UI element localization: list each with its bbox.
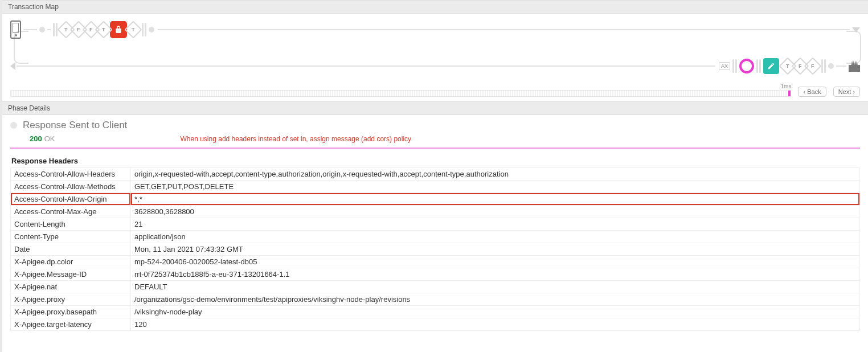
phase-heading-text: Response Sent to Client <box>23 120 127 131</box>
table-row: X-Apigee.proxy.basepath/viksinghv-node-p… <box>11 306 860 318</box>
header-value: 21 <box>131 218 860 231</box>
header-name: X-Apigee.target-latency <box>11 318 131 331</box>
arrow-down-icon <box>852 27 860 32</box>
response-line <box>17 66 715 67</box>
phase-heading: Response Sent to Client <box>10 120 860 131</box>
client-icon[interactable] <box>10 21 21 39</box>
proxy-pre-icon[interactable] <box>53 23 58 36</box>
table-row: X-Apigee.target-latency120 <box>11 318 860 331</box>
request-line <box>158 29 850 30</box>
status-code: 200 <box>30 134 42 143</box>
response-headers-table: Access-Control-Allow-Headersorigin,x-req… <box>10 167 860 331</box>
status-line: 200 OK When using add headers instead of… <box>10 131 860 149</box>
status-text: OK <box>44 134 55 143</box>
trace-panel: Transaction Map TFFTT AX <box>0 0 868 352</box>
annotation-note: When using add headers instead of set in… <box>181 135 412 143</box>
flow-dot[interactable] <box>149 27 154 32</box>
header-name: X-Apigee.dp.color <box>11 256 131 268</box>
table-row: Access-Control-Allow-Headersorigin,x-req… <box>11 168 860 181</box>
header-name: X-Apigee.proxy <box>11 293 131 306</box>
target-post-icon[interactable] <box>756 59 761 73</box>
header-value: Mon, 11 Jan 2021 07:43:32 GMT <box>131 243 860 256</box>
proxy-post-icon[interactable] <box>142 23 146 36</box>
target-pre-icon[interactable] <box>821 59 826 73</box>
condition-t-icon[interactable]: T <box>124 21 142 38</box>
header-value: 120 <box>131 318 860 331</box>
phase-details-header: Phase Details <box>2 101 868 115</box>
header-name: Access-Control-Max-Age <box>11 206 131 218</box>
timeline[interactable]: 1ms <box>10 90 791 97</box>
timeline-label: 1ms <box>781 83 792 89</box>
header-value: mp-524-200406-0020052-latest-db05 <box>131 256 860 268</box>
header-value: GET,GET,PUT,POST,DELETE <box>131 181 860 193</box>
table-row: X-Apigee.dp.colormp-524-200406-0020052-l… <box>11 256 860 268</box>
phase-dot-icon <box>10 122 17 129</box>
header-value: *,* <box>131 193 860 206</box>
target-post-icon[interactable] <box>732 59 737 73</box>
header-value: /organizations/gsc-demo/environments/tes… <box>131 293 860 306</box>
table-row: DateMon, 11 Jan 2021 07:43:32 GMT <box>11 243 860 256</box>
back-button[interactable]: ‹ Back <box>798 87 826 97</box>
response-flow: AX TFF <box>719 58 860 74</box>
selected-step-icon[interactable] <box>739 59 754 73</box>
header-value: DEFAULT <box>131 281 860 293</box>
header-name: X-Apigee.nat <box>11 281 131 293</box>
header-name: Access-Control-Allow-Origin <box>11 193 131 206</box>
header-value: /viksinghv-node-play <box>131 306 860 318</box>
table-row: Access-Control-Allow-MethodsGET,GET,PUT,… <box>11 181 860 193</box>
table-row: X-Apigee.proxy/organizations/gsc-demo/en… <box>11 293 860 306</box>
header-name: Access-Control-Allow-Headers <box>11 168 131 181</box>
table-row: Content-Typeapplication/json <box>11 231 860 243</box>
table-row: Access-Control-Allow-Origin*,* <box>11 193 860 206</box>
response-headers-title: Response Headers <box>10 149 860 167</box>
flow-dot[interactable] <box>39 27 45 32</box>
flow-dot[interactable] <box>828 63 834 69</box>
next-button[interactable]: Next › <box>833 87 860 97</box>
table-row: X-Apigee.Message-IDrrt-0f725374b1cb188f5… <box>11 268 860 281</box>
header-value: 3628800,3628800 <box>131 206 860 218</box>
header-value: origin,x-requested-with,accept,content-t… <box>131 168 860 181</box>
header-name: Date <box>11 243 131 256</box>
header-value: rrt-0f725374b1cb188f5-a-eu-371-13201664-… <box>131 268 860 281</box>
assign-message-policy-icon[interactable] <box>763 58 779 74</box>
target-server-icon[interactable] <box>849 60 860 72</box>
header-name: X-Apigee.Message-ID <box>11 268 131 281</box>
arrow-left-icon <box>10 62 15 70</box>
request-flow: TFFTT <box>10 21 154 39</box>
transaction-map-header: Transaction Map <box>2 0 868 14</box>
condition-f-icon[interactable]: F <box>804 57 821 75</box>
header-name: Content-Length <box>11 218 131 231</box>
timeline-bar[interactable] <box>10 90 791 97</box>
analytics-icon[interactable]: AX <box>719 62 730 70</box>
table-row: Content-Length21 <box>11 218 860 231</box>
table-row: Access-Control-Max-Age3628800,3628800 <box>11 206 860 218</box>
header-name: Access-Control-Allow-Methods <box>11 181 131 193</box>
header-value: application/json <box>131 231 860 243</box>
transaction-map[interactable]: TFFTT AX TFF <box>2 14 868 87</box>
table-row: X-Apigee.natDEFAULT <box>11 281 860 293</box>
header-name: X-Apigee.proxy.basepath <box>11 306 131 318</box>
header-name: Content-Type <box>11 231 131 243</box>
